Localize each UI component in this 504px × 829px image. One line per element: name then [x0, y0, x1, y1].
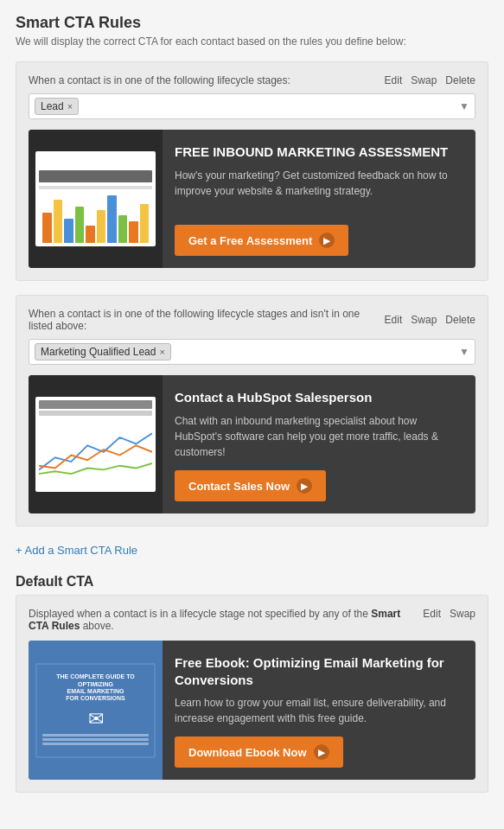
cta1-button[interactable]: Get a Free Assessment ▶: [175, 225, 348, 256]
cta1-description: How's your marketing? Get customized fee…: [175, 168, 462, 215]
default-cta-button-arrow: ▶: [314, 744, 329, 760]
cta2-description: Chat with an inbound marketing specialis…: [175, 413, 462, 461]
default-cta-button[interactable]: Download Ebook Now ▶: [175, 737, 343, 768]
rule2-delete-link[interactable]: Delete: [445, 314, 475, 326]
rule1-select-arrow: ▼: [459, 100, 469, 112]
add-rule-link[interactable]: + Add a Smart CTA Rule: [16, 544, 137, 557]
default-cta-content: Free Ebook: Optimizing Email Marketing f…: [163, 641, 475, 780]
rule2-tag-select[interactable]: Marketing Qualified Lead × ▼: [29, 339, 475, 365]
page-title: Smart CTA Rules: [16, 14, 488, 32]
default-cta-thumbnail: THE COMPLETE GUIDE TOOPTIMIZINGEMAIL MAR…: [29, 641, 163, 780]
default-swap-link[interactable]: Swap: [450, 608, 475, 620]
cta1-button-label: Get a Free Assessment: [188, 234, 312, 247]
rule2-select-arrow: ▼: [459, 346, 469, 358]
cta-card-2: Contact a HubSpot Salesperson Chat with …: [29, 375, 475, 513]
rule2-swap-link[interactable]: Swap: [411, 314, 437, 326]
cta2-button[interactable]: Contact Sales Now ▶: [175, 470, 326, 501]
default-cta-section: Displayed when a contact is in a lifecyc…: [16, 595, 488, 793]
cta1-thumbnail: [29, 130, 163, 268]
default-cta-headline: Free Ebook: Optimizing Email Marketing f…: [175, 654, 462, 688]
rule2-tag-remove[interactable]: ×: [159, 347, 164, 357]
cta1-headline: FREE INBOUND MARKETING ASSESSMENT: [175, 143, 462, 161]
rule2-edit-link[interactable]: Edit: [385, 314, 403, 326]
rule1-tag: Lead ×: [35, 98, 79, 115]
cta2-headline: Contact a HubSpot Salesperson: [175, 389, 462, 406]
default-edit-link[interactable]: Edit: [423, 608, 441, 620]
rule1-swap-link[interactable]: Swap: [411, 74, 437, 86]
default-cta-title: Default CTA: [16, 574, 488, 590]
rule1-label: When a contact is in one of the followin…: [29, 74, 385, 86]
default-cta-card: THE COMPLETE GUIDE TOOPTIMIZINGEMAIL MAR…: [29, 641, 475, 780]
line-chart-svg: [39, 419, 152, 480]
ebook-icon: ✉: [88, 708, 104, 730]
page-subtitle: We will display the correct CTA for each…: [16, 35, 488, 48]
rule1-tag-remove[interactable]: ×: [67, 101, 73, 112]
rule1-delete-link[interactable]: Delete: [445, 74, 475, 86]
cta1-content: FREE INBOUND MARKETING ASSESSMENT How's …: [163, 130, 475, 268]
rule1-tag-select[interactable]: Lead × ▼: [29, 93, 475, 119]
rule1-edit-link[interactable]: Edit: [385, 74, 403, 86]
default-cta-label: Displayed when a contact is in a lifecyc…: [29, 608, 423, 632]
default-cta-description: Learn how to grow your email list, ensur…: [175, 695, 462, 726]
rule2-tag: Marketing Qualified Lead ×: [35, 343, 171, 360]
cta2-thumbnail: [29, 375, 163, 513]
cta2-content: Contact a HubSpot Salesperson Chat with …: [163, 375, 475, 513]
rule-section-1: When a contact is in one of the followin…: [16, 61, 488, 281]
cta2-button-label: Contact Sales Now: [188, 480, 290, 493]
cta-card-1: FREE INBOUND MARKETING ASSESSMENT How's …: [29, 130, 475, 268]
cta2-button-arrow: ▶: [297, 478, 312, 494]
rule-section-2: When a contact is in one of the followin…: [16, 295, 488, 526]
rule2-label: When a contact is in one of the followin…: [29, 308, 385, 332]
cta1-button-arrow: ▶: [319, 233, 335, 248]
default-cta-button-label: Download Ebook Now: [188, 746, 307, 759]
